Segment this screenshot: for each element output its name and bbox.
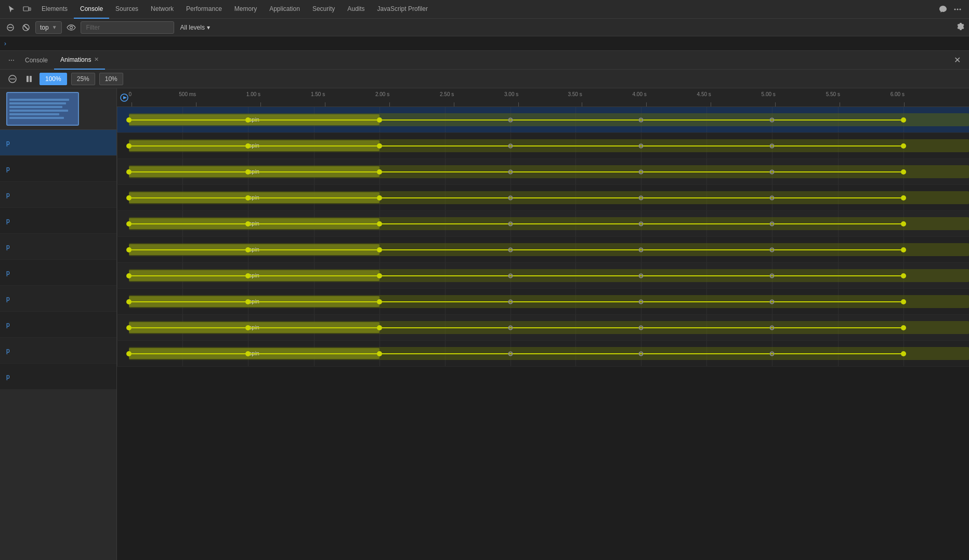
clear-console-button[interactable] bbox=[4, 21, 17, 34]
tab-audits[interactable]: Audits bbox=[341, 0, 371, 19]
row-label[interactable]: p bbox=[0, 364, 116, 390]
filter-input[interactable] bbox=[81, 21, 174, 34]
animation-keyframe-dot[interactable] bbox=[126, 169, 132, 175]
animation-keyframe-dot[interactable] bbox=[245, 351, 251, 356]
row-label[interactable]: p bbox=[0, 286, 116, 312]
animation-keyframe-dot[interactable] bbox=[770, 169, 775, 174]
animation-keyframe-dot[interactable] bbox=[126, 221, 132, 226]
animation-keyframe-dot[interactable] bbox=[770, 273, 775, 278]
animation-track[interactable]: spin bbox=[117, 133, 969, 159]
animation-keyframe-dot[interactable] bbox=[377, 247, 382, 252]
animation-keyframe-dot[interactable] bbox=[901, 117, 906, 123]
row-label[interactable]: p bbox=[0, 156, 116, 182]
preserve-log-button[interactable] bbox=[20, 21, 32, 34]
animation-keyframe-dot[interactable] bbox=[770, 195, 775, 200]
tab-js-profiler[interactable]: JavaScript Profiler bbox=[371, 0, 434, 19]
row-label[interactable]: p bbox=[0, 260, 116, 286]
row-label[interactable]: p bbox=[0, 312, 116, 338]
animation-keyframe-dot[interactable] bbox=[901, 351, 906, 356]
animation-keyframe-dot[interactable] bbox=[901, 169, 906, 175]
animation-keyframe-dot[interactable] bbox=[508, 221, 513, 226]
animation-keyframe-dot[interactable] bbox=[901, 143, 906, 149]
animation-keyframe-dot[interactable] bbox=[126, 325, 132, 330]
animation-keyframe-dot[interactable] bbox=[508, 143, 513, 148]
tab-security[interactable]: Security bbox=[306, 0, 341, 19]
animation-keyframe-dot[interactable] bbox=[126, 143, 132, 149]
close-panel-button[interactable]: ✕ bbox=[950, 55, 965, 65]
animation-keyframe-dot[interactable] bbox=[377, 273, 382, 278]
context-selector[interactable]: top ▼ bbox=[35, 21, 62, 34]
animation-track[interactable]: spin bbox=[117, 237, 969, 263]
settings-icon[interactable] bbox=[957, 22, 965, 32]
animation-track[interactable]: spin bbox=[117, 211, 969, 237]
speed-100-button[interactable]: 100% bbox=[40, 73, 67, 85]
animation-keyframe-dot[interactable] bbox=[770, 325, 775, 330]
animation-keyframe-dot[interactable] bbox=[508, 299, 513, 304]
stop-animation-button[interactable] bbox=[6, 73, 19, 85]
tab-console[interactable]: Console bbox=[74, 0, 109, 19]
animation-keyframe-dot[interactable] bbox=[638, 143, 643, 148]
animation-keyframe-dot[interactable] bbox=[377, 195, 382, 201]
animation-keyframe-dot[interactable] bbox=[245, 117, 251, 123]
row-label[interactable]: p bbox=[0, 338, 116, 364]
log-levels-button[interactable]: All levels ▾ bbox=[177, 24, 213, 31]
tab-console-panel[interactable]: Console bbox=[19, 51, 54, 70]
animation-keyframe-dot[interactable] bbox=[638, 351, 643, 356]
animation-keyframe-dot[interactable] bbox=[770, 117, 775, 122]
animation-keyframe-dot[interactable] bbox=[377, 117, 382, 123]
tab-memory[interactable]: Memory bbox=[228, 0, 263, 19]
row-label[interactable]: p bbox=[0, 182, 116, 208]
animation-keyframe-dot[interactable] bbox=[377, 143, 382, 149]
animation-keyframe-dot[interactable] bbox=[901, 325, 906, 330]
animation-keyframe-dot[interactable] bbox=[901, 247, 906, 252]
animation-keyframe-dot[interactable] bbox=[126, 247, 132, 252]
animation-keyframe-dot[interactable] bbox=[377, 351, 382, 356]
tab-application[interactable]: Application bbox=[263, 0, 306, 19]
animation-keyframe-dot[interactable] bbox=[770, 143, 775, 148]
row-label[interactable]: p bbox=[0, 234, 116, 260]
animation-keyframe-dot[interactable] bbox=[245, 169, 251, 175]
animation-keyframe-dot[interactable] bbox=[638, 273, 643, 278]
animation-keyframe-dot[interactable] bbox=[245, 299, 251, 304]
animation-keyframe-dot[interactable] bbox=[377, 325, 382, 330]
animation-keyframe-dot[interactable] bbox=[770, 221, 775, 226]
eye-button[interactable] bbox=[65, 21, 77, 34]
animation-keyframe-dot[interactable] bbox=[901, 299, 906, 304]
row-label[interactable]: p bbox=[0, 130, 116, 156]
animation-keyframe-dot[interactable] bbox=[245, 221, 251, 226]
animation-keyframe-dot[interactable] bbox=[508, 247, 513, 252]
speed-10-button[interactable]: 10% bbox=[99, 73, 123, 85]
tab-animations-panel[interactable]: Animations ✕ bbox=[54, 51, 105, 70]
animation-keyframe-dot[interactable] bbox=[126, 299, 132, 304]
animation-keyframe-dot[interactable] bbox=[377, 221, 382, 226]
animation-keyframe-dot[interactable] bbox=[126, 195, 132, 201]
animation-keyframe-dot[interactable] bbox=[901, 273, 906, 278]
tab-elements[interactable]: Elements bbox=[35, 0, 74, 19]
animation-keyframe-dot[interactable] bbox=[245, 143, 251, 149]
row-label[interactable]: p bbox=[0, 208, 116, 234]
panel-more-button[interactable]: ⋯ bbox=[4, 57, 19, 64]
animation-track[interactable]: spin bbox=[117, 263, 969, 289]
animation-track[interactable]: spin bbox=[117, 289, 969, 315]
pause-animation-button[interactable] bbox=[23, 73, 35, 85]
animation-keyframe-dot[interactable] bbox=[377, 299, 382, 304]
animation-keyframe-dot[interactable] bbox=[901, 221, 906, 226]
animation-keyframe-dot[interactable] bbox=[377, 169, 382, 175]
animation-keyframe-dot[interactable] bbox=[126, 273, 132, 278]
animation-keyframe-dot[interactable] bbox=[508, 169, 513, 174]
more-icon[interactable] bbox=[950, 2, 965, 17]
animation-keyframe-dot[interactable] bbox=[638, 117, 643, 122]
feedback-icon[interactable] bbox=[936, 2, 950, 17]
animation-track[interactable]: spin bbox=[117, 159, 969, 185]
animation-thumbnail[interactable] bbox=[6, 92, 79, 126]
animation-keyframe-dot[interactable] bbox=[245, 247, 251, 252]
animation-keyframe-dot[interactable] bbox=[245, 195, 251, 201]
close-animations-tab-button[interactable]: ✕ bbox=[94, 56, 99, 63]
animation-keyframe-dot[interactable] bbox=[638, 221, 643, 226]
animation-keyframe-dot[interactable] bbox=[245, 273, 251, 278]
animation-keyframe-dot[interactable] bbox=[126, 351, 132, 356]
animation-track[interactable]: spin bbox=[117, 107, 969, 133]
animation-track[interactable]: spin bbox=[117, 315, 969, 341]
animation-track[interactable]: spin bbox=[117, 341, 969, 367]
animation-keyframe-dot[interactable] bbox=[770, 247, 775, 252]
